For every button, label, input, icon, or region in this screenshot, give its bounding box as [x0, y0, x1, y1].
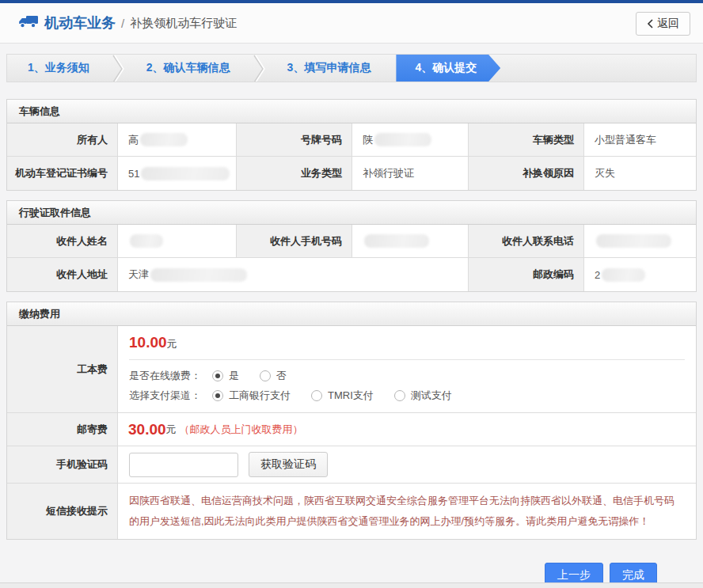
recipient-mobile-label: 收件人手机号码 — [237, 225, 352, 258]
sms-notice-label: 短信接收提示 — [7, 484, 118, 539]
redacted-blur — [364, 234, 429, 248]
owner-value: 高 — [118, 123, 237, 157]
wizard-steps: 1、业务须知 2、确认车辆信息 3、填写申请信息 4、确认提交 — [6, 54, 697, 82]
vehicle-type-label: 车辆类型 — [469, 123, 584, 157]
vehicle-info-section: 车辆信息 所有人 高 号牌号码 陕 车辆类型 小型普通客车 机动车登记证书编号 … — [6, 99, 697, 191]
radio-selected-icon — [212, 390, 223, 401]
pickup-info-row: 收件人姓名 收件人手机号码 收件人联系电话 — [7, 225, 696, 258]
radio-selected-icon — [212, 370, 223, 381]
payment-title: 缴纳费用 — [7, 302, 696, 326]
postage-fee-value: 30.00元 （邮政人员上门收取费用） — [118, 413, 696, 446]
recipient-address-label: 收件人地址 — [7, 258, 118, 291]
redacted-blur — [130, 234, 163, 248]
payment-section: 缴纳费用 工本费 10.00元 是否在线缴费： 是 否 选择支付渠道： — [6, 302, 697, 540]
pickup-info-title: 行驶证取件信息 — [7, 201, 696, 225]
cost-fee-label: 工本费 — [7, 326, 118, 413]
breadcrumb-divider: / — [121, 17, 124, 30]
radio-unselected-icon — [311, 390, 322, 401]
back-button[interactable]: 返回 — [636, 12, 690, 36]
business-type-value: 补领行驶证 — [352, 157, 469, 190]
step-3-fill-application: 3、填写申请信息 — [267, 55, 392, 82]
breadcrumb-current: 补换领机动车行驶证 — [130, 16, 237, 31]
truck-icon — [17, 13, 38, 32]
pay-channel-option-icbc[interactable]: 工商银行支付 — [212, 389, 291, 403]
sms-notice-row: 短信接收提示 因陕西省联通、电信运营商技术问题，陕西省互联网交通安全综合服务管理… — [7, 484, 696, 539]
sms-notice-text: 因陕西省联通、电信运营商技术问题，陕西省互联网交通安全综合服务管理平台无法向持陕… — [118, 484, 696, 539]
recipient-mobile-value — [352, 225, 469, 258]
redacted-blur — [602, 268, 645, 282]
recipient-name-value — [118, 225, 237, 258]
vehicle-info-title: 车辆信息 — [7, 100, 696, 123]
sms-code-input[interactable] — [129, 453, 238, 477]
radio-unselected-icon — [394, 390, 405, 401]
replace-reason-label: 补换领原因 — [469, 157, 584, 190]
postage-fee-row: 邮寄费 30.00元 （邮政人员上门收取费用） — [7, 413, 696, 446]
vehicle-info-row: 机动车登记证书编号 51 业务类型 补领行驶证 补换领原因 灭失 — [7, 157, 696, 190]
redacted-blur — [141, 167, 230, 180]
online-pay-caption: 是否在线缴费： — [129, 369, 201, 383]
redacted-blur — [140, 133, 188, 146]
owner-label: 所有人 — [7, 123, 118, 157]
postal-code-value: 2 — [584, 258, 696, 291]
redacted-blur — [596, 234, 671, 248]
pay-channel-caption: 选择支付渠道： — [129, 389, 201, 403]
recipient-phone-value — [584, 225, 696, 258]
page-header: 机动车业务 / 补换领机动车行驶证 返回 — [0, 3, 703, 44]
pickup-info-section: 行驶证取件信息 收件人姓名 收件人手机号码 收件人联系电话 收件人地址 天津 邮… — [6, 200, 697, 292]
reg-cert-no-label: 机动车登记证书编号 — [7, 157, 118, 190]
step-1-business-notice: 1、业务须知 — [7, 55, 110, 82]
page-bottom-strip — [0, 582, 703, 588]
sms-code-field: 获取验证码 — [118, 446, 696, 484]
cost-fee-amount: 10.00 — [129, 334, 167, 351]
pay-channel-option-test[interactable]: 测试支付 — [394, 389, 452, 403]
step-2-confirm-vehicle: 2、确认车辆信息 — [126, 55, 251, 82]
page-title: 机动车业务 — [44, 13, 116, 32]
pay-channel-option-tmri[interactable]: TMRI支付 — [311, 389, 374, 403]
reg-cert-no-value: 51 — [118, 157, 237, 190]
cost-fee-value: 10.00元 是否在线缴费： 是 否 选择支付渠道： 工商银行支付 — [118, 326, 696, 413]
fee-divider — [129, 359, 685, 360]
cost-fee-amount-line: 10.00元 — [129, 334, 685, 351]
vehicle-info-row: 所有人 高 号牌号码 陕 车辆类型 小型普通客车 — [7, 123, 696, 157]
step-4-confirm-submit: 4、确认提交 — [396, 55, 500, 82]
pickup-info-row: 收件人地址 天津 邮政编码 2 — [7, 258, 696, 291]
replace-reason-value: 灭失 — [584, 157, 696, 190]
chevron-left-icon — [647, 19, 653, 28]
postage-fee-note: （邮政人员上门收取费用） — [180, 423, 303, 437]
postage-fee-amount: 30.00 — [128, 421, 166, 438]
business-type-label: 业务类型 — [237, 157, 352, 190]
postal-code-label: 邮政编码 — [469, 258, 584, 291]
online-pay-option-no[interactable]: 否 — [260, 369, 287, 383]
recipient-phone-label: 收件人联系电话 — [469, 225, 584, 258]
step-separator-icon — [253, 55, 265, 82]
radio-unselected-icon — [260, 370, 271, 381]
footer-actions: 上一步 完成 — [0, 549, 703, 587]
online-pay-option-yes[interactable]: 是 — [212, 369, 239, 383]
online-pay-radio-group: 是否在线缴费： 是 否 — [129, 369, 685, 383]
plate-number-value: 陕 — [352, 123, 469, 157]
vehicle-type-value: 小型普通客车 — [584, 123, 696, 157]
step-separator-icon — [112, 55, 124, 82]
redacted-blur — [150, 268, 247, 282]
back-button-label: 返回 — [657, 17, 679, 31]
cost-fee-row: 工本费 10.00元 是否在线缴费： 是 否 选择支付渠道： — [7, 326, 696, 413]
plate-number-label: 号牌号码 — [237, 123, 352, 157]
get-sms-code-button[interactable]: 获取验证码 — [249, 452, 328, 477]
redacted-blur — [374, 133, 431, 146]
postage-fee-label: 邮寄费 — [7, 413, 118, 446]
pay-channel-radio-group: 选择支付渠道： 工商银行支付 TMRI支付 测试支付 — [129, 389, 685, 403]
sms-code-label: 手机验证码 — [7, 446, 118, 484]
recipient-address-value: 天津 — [118, 258, 469, 291]
sms-code-row: 手机验证码 获取验证码 — [7, 446, 696, 484]
recipient-name-label: 收件人姓名 — [7, 225, 118, 258]
